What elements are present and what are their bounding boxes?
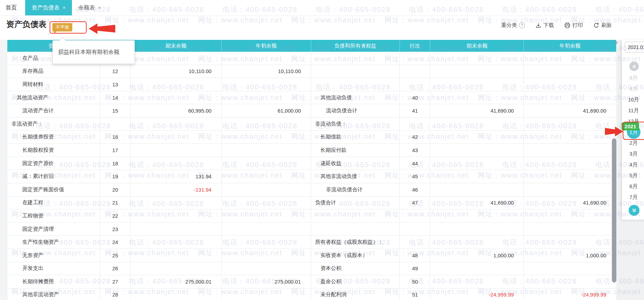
vertical-scrollbar[interactable] — [612, 138, 616, 283]
scroll-down-button[interactable] — [629, 205, 639, 216]
liability-beginning-cell — [524, 144, 616, 157]
asset-ending-cell: 131.94 — [131, 170, 222, 183]
asset-name-cell: 库存商品 — [7, 65, 100, 78]
asset-ending-cell — [131, 52, 222, 65]
report-toolbar: 重分类 ? 下载 打印 刷新 — [501, 20, 612, 30]
asset-ending-cell — [131, 117, 222, 130]
asset-beginning-cell — [222, 157, 311, 170]
reclassify-label: 重分类 — [501, 22, 517, 29]
download-button[interactable]: 下载 — [535, 22, 554, 29]
liability-name-cell: 资本公积 — [311, 262, 400, 275]
asset-name-cell: 流动资产合计 — [7, 104, 100, 117]
asset-name-cell: 长期待摊费用 — [7, 275, 100, 288]
liability-name-cell: 负债合计 — [311, 197, 400, 209]
liability-ending-cell — [430, 78, 524, 91]
liability-name-cell — [311, 223, 400, 236]
table-row: 长期股权投资17长期应付款43 — [7, 144, 616, 157]
asset-line-cell: 15 — [100, 104, 131, 117]
liability-line-cell — [400, 78, 430, 91]
liability-ending-cell — [430, 117, 524, 130]
table-row: 开发支出26资本公积49 — [7, 262, 616, 276]
month-label: 2月 — [629, 140, 637, 146]
asset-beginning-cell: 10,110.00 — [222, 65, 311, 78]
column-header: 期末余额 — [430, 40, 524, 52]
asset-beginning-cell — [222, 52, 311, 65]
asset-beginning-cell — [222, 197, 311, 209]
print-label: 打印 — [572, 22, 583, 29]
month-item[interactable]: 5月 — [622, 170, 644, 181]
close-icon[interactable]: × — [98, 5, 101, 10]
month-item[interactable]: 9月 — [622, 83, 644, 94]
liability-line-cell: 42 — [400, 131, 430, 144]
liability-line-cell: 50 — [400, 275, 430, 288]
liability-ending-cell — [430, 209, 524, 222]
asset-name-cell: 长期股权投资 — [7, 144, 100, 157]
table-row: 减：累计折旧19131.94其他非流动负债45 — [7, 170, 616, 183]
month-item[interactable]: 7月 — [622, 192, 644, 202]
table-row: 流动资产合计1560,995.0061,000.00流动负债合计4141,690… — [7, 104, 616, 117]
liability-name-cell: 非流动负债合计 — [311, 183, 400, 196]
asset-name-cell: 固定资产账面价值 — [7, 183, 100, 196]
help-icon[interactable]: ? — [519, 22, 525, 28]
table-row: 非流动资产：非流动负债： — [7, 117, 616, 131]
month-item[interactable]: 10月 — [622, 94, 644, 105]
liability-beginning-cell: 41,690.00 — [524, 197, 616, 209]
asset-name-cell: 固定资产清理 — [7, 223, 100, 236]
column-header: 行次 — [400, 40, 430, 52]
scroll-up-button[interactable] — [629, 62, 639, 71]
liability-beginning-cell: -24,999.99 — [524, 288, 616, 300]
liability-ending-cell — [430, 91, 524, 104]
month-item[interactable]: 8月 — [622, 72, 644, 83]
liability-line-cell: 44 — [400, 157, 430, 170]
month-item[interactable]: 4月 — [622, 159, 644, 170]
month-label: 4月 — [629, 162, 637, 167]
table-row: 库存商品1210,110.0010,110.00 — [7, 65, 616, 78]
annotation-arrow-left-icon — [88, 22, 116, 35]
month-item[interactable]: 6月 — [622, 181, 644, 192]
table-row: 其他流动资产14其他流动负债40 — [7, 91, 616, 105]
liability-beginning-cell — [524, 131, 616, 144]
asset-name-cell: 工程物资 — [7, 209, 100, 222]
tooltip: 损益科目本期有期初余额 — [52, 40, 135, 64]
print-button[interactable]: 打印 — [564, 22, 583, 29]
asset-beginning-cell — [222, 78, 311, 91]
asset-line-cell: 16 — [100, 131, 131, 144]
month-label: 6月 — [629, 183, 637, 189]
asset-line-cell: 27 — [100, 275, 131, 288]
tab-label: 资产负债表 — [31, 5, 59, 10]
asset-beginning-cell — [222, 170, 311, 183]
asset-line-cell: 25 — [100, 249, 131, 262]
liability-line-cell — [400, 223, 430, 236]
balance-sheet-table: 资产行次期末余额年初余额负债和所有者权益行次期末余额年初余额 在产品11库存商品… — [7, 40, 616, 300]
annotation-box-month — [623, 122, 644, 140]
close-icon[interactable]: × — [63, 5, 65, 10]
table-row: 固定资产清理23 — [7, 223, 616, 236]
table-row: 工程物资22 — [7, 209, 616, 223]
liability-beginning-cell — [524, 223, 616, 236]
tab-home[interactable]: 首页 — [6, 0, 17, 15]
month-label: 10月 — [628, 97, 639, 102]
liability-line-cell: 51 — [400, 288, 430, 300]
refresh-label: 刷新 — [601, 22, 612, 29]
month-item[interactable]: 3月 — [622, 148, 644, 159]
liability-ending-cell — [430, 236, 524, 249]
asset-line-cell: 24 — [100, 236, 131, 249]
asset-name-cell: 周转材料 — [7, 78, 100, 91]
refresh-icon — [593, 22, 599, 28]
panel-collapse-icon[interactable]: » — [614, 38, 618, 46]
liability-line-cell: 45 — [400, 170, 430, 183]
tab-balance-sheet[interactable]: 资产负债表× — [25, 0, 72, 15]
liability-beginning-cell: 1,000.00 — [524, 249, 616, 262]
month-item[interactable]: 11月 — [622, 105, 644, 116]
asset-beginning-cell: 61,000.00 — [222, 104, 311, 117]
refresh-button[interactable]: 刷新 — [593, 22, 612, 29]
liability-line-cell: 41 — [400, 104, 430, 117]
period-input[interactable] — [625, 42, 644, 52]
liability-ending-cell: 41,690.00 — [430, 197, 524, 209]
reclassify-button[interactable]: 重分类 ? — [501, 22, 525, 29]
tab-trial-balance[interactable]: 余额表× — [72, 0, 107, 15]
liability-ending-cell — [430, 275, 524, 288]
double-chevron-up-icon — [631, 64, 637, 69]
liability-ending-cell — [430, 131, 524, 144]
asset-name-cell: 固定资产原价 — [7, 157, 100, 170]
